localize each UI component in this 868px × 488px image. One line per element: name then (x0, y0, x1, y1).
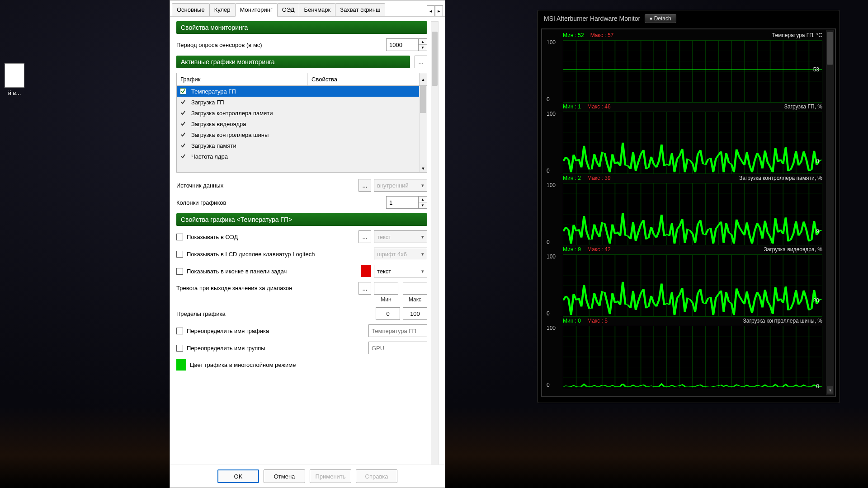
cancel-button[interactable]: Отмена (264, 469, 305, 483)
show-in-tray-label: Показывать в иконке в панели задач (187, 268, 287, 275)
override-graph-name-label: Переопределить имя графика (187, 328, 269, 334)
lcd-font-select: шрифт 4x6 (374, 248, 427, 260)
checkmark-icon[interactable] (179, 142, 187, 149)
override-group-name-input[interactable] (368, 342, 427, 354)
grid-scroll-thumb[interactable] (420, 86, 426, 113)
override-graph-name-checkbox[interactable] (176, 328, 183, 334)
limit-min-input[interactable] (376, 307, 400, 320)
hw-y-high: 100 (547, 253, 556, 260)
datasource-browse-button[interactable]: ... (359, 179, 371, 192)
hw-max-label: Макс : 46 (587, 103, 611, 110)
graph-list-item[interactable]: Загрузка ГП (177, 97, 427, 108)
tab-scroll-right[interactable]: ▸ (435, 5, 443, 16)
dialog-scrollbar[interactable] (431, 21, 439, 469)
hw-max-label: Макс : 39 (587, 175, 611, 181)
checkmark-icon[interactable] (179, 153, 187, 160)
hwmon-title-label: MSI Afterburner Hardware Monitor (544, 15, 640, 22)
tab-оэд[interactable]: ОЭД (277, 3, 300, 16)
spin-down-icon[interactable]: ▼ (419, 202, 427, 208)
datasource-label: Источник данных (176, 182, 356, 189)
graph-list-item[interactable]: Загрузка памяти (177, 140, 427, 151)
ok-button[interactable]: OK (217, 469, 259, 483)
datasource-select: внутренний (374, 179, 427, 192)
checkmark-icon[interactable] (179, 99, 187, 106)
hw-y-high: 100 (547, 182, 556, 188)
tray-format-select[interactable]: текст (374, 265, 427, 277)
graph-list-item[interactable]: Загрузка контроллера шины (177, 129, 427, 140)
hw-metric-label: Загрузка ГП, % (784, 103, 822, 110)
show-in-osd-checkbox[interactable] (176, 234, 183, 240)
osd-format-select: текст (374, 230, 427, 243)
graph-list-item[interactable]: Загрузка контроллера памяти (177, 108, 427, 118)
alarm-menu-button[interactable]: ... (359, 282, 371, 295)
dialog-scroll-thumb[interactable] (432, 32, 438, 86)
help-button[interactable]: Справка (356, 469, 397, 483)
tray-color-swatch[interactable] (361, 265, 371, 277)
grid-col-props[interactable]: Свойства (308, 73, 419, 85)
hw-current-value: 9 (816, 228, 819, 235)
tab-мониторинг[interactable]: Мониторинг (235, 3, 278, 17)
tab-strip: ОсновныеКулерМониторингОЭДБенчмаркЗахват… (170, 0, 445, 17)
hw-graph[interactable]: Мин : 9 Макс : 42 Загрузка видеоядра, % … (545, 246, 824, 317)
spin-down-icon[interactable]: ▼ (419, 45, 427, 51)
checkmark-icon[interactable] (179, 109, 187, 117)
graph-columns-input[interactable] (386, 196, 419, 209)
hwmon-scrollbar[interactable]: ▾ (826, 30, 834, 395)
polling-period-input[interactable] (386, 38, 419, 51)
hw-max-label: Макс : 42 (587, 246, 611, 253)
override-group-name-checkbox[interactable] (176, 345, 183, 352)
checkmark-icon[interactable] (179, 88, 187, 95)
alarm-min-input[interactable] (374, 282, 398, 295)
tab-захват скринш[interactable]: Захват скринш (335, 3, 385, 16)
checkmark-icon[interactable] (179, 131, 187, 138)
hw-min-label: Мин : 0 (563, 318, 581, 324)
override-graph-name-input[interactable] (368, 324, 427, 337)
layer-color-swatch[interactable] (176, 359, 186, 371)
hw-y-low: 0 (547, 310, 550, 317)
graph-list-item[interactable]: Частота ядра (177, 151, 427, 162)
alarm-label: Тревога при выходе значения за диапазон (176, 282, 356, 291)
hwmon-scroll-thumb[interactable] (827, 32, 833, 65)
hw-current-value: 0 (816, 383, 819, 389)
settings-dialog: ОсновныеКулерМониторингОЭДБенчмаркЗахват… (170, 0, 445, 488)
hw-graph[interactable]: Мин : 2 Макс : 39 Загрузка контроллера п… (545, 175, 824, 245)
file-icon (5, 63, 24, 88)
graph-list-item[interactable]: Температура ГП (177, 86, 427, 97)
show-in-tray-checkbox[interactable] (176, 268, 183, 275)
hw-graph[interactable]: Мин : 1 Макс : 46 Загрузка ГП, % 100 0 8 (545, 103, 824, 174)
hw-min-label: Мин : 1 (563, 103, 581, 110)
hw-max-label: Макс : 5 (587, 318, 608, 324)
limit-max-input[interactable] (403, 307, 427, 320)
tab-основные[interactable]: Основные (172, 3, 210, 16)
hw-graph[interactable]: Мин : 0 Макс : 5 Загрузка контроллера ши… (545, 318, 824, 388)
graph-limits-label: Пределы графика (176, 310, 373, 317)
graph-list-item-label: Загрузка контроллера памяти (191, 110, 273, 117)
checkmark-icon[interactable] (179, 120, 187, 127)
hwmon-panel: Мин : 52 Макс : 57 Температура ГП, °C 10… (541, 28, 836, 397)
desktop-file-icon[interactable]: й в... (1, 63, 28, 97)
hw-current-value: 20 (813, 297, 819, 304)
hw-min-label: Мин : 9 (563, 246, 581, 253)
tab-бенчмарк[interactable]: Бенчмарк (299, 3, 335, 16)
section-graph-properties: Свойства графика <Температура ГП> (176, 213, 427, 226)
spin-up-icon[interactable]: ▲ (419, 197, 427, 202)
apply-button[interactable]: Применить (310, 469, 351, 483)
spin-up-icon[interactable]: ▲ (419, 39, 427, 45)
show-in-lcd-checkbox[interactable] (176, 251, 183, 258)
active-graphs-menu-button[interactable]: ... (415, 56, 427, 68)
alarm-max-input[interactable] (403, 282, 427, 295)
hwmon-titlebar[interactable]: MSI Afterburner Hardware Monitor Detach (538, 10, 840, 27)
graphs-grid: Температура ГПЗагрузка ГПЗагрузка контро… (176, 86, 427, 173)
tab-scroll-left[interactable]: ◂ (427, 5, 435, 16)
hwmon-scroll-down-icon[interactable]: ▾ (827, 386, 833, 394)
detach-button[interactable]: Detach (645, 14, 676, 23)
graph-list-item-label: Частота ядра (191, 153, 228, 160)
grid-scrollbar[interactable]: ▼ (419, 86, 427, 172)
grid-col-graph[interactable]: График (177, 73, 308, 85)
graph-list-item[interactable]: Загрузка видеоядра (177, 118, 427, 129)
grid-scroll-down-icon[interactable]: ▼ (420, 164, 427, 172)
hw-graph[interactable]: Мин : 52 Макс : 57 Температура ГП, °C 10… (545, 32, 824, 103)
osd-format-menu-button[interactable]: ... (359, 230, 371, 243)
hw-min-label: Мин : 52 (563, 32, 584, 38)
tab-кулер[interactable]: Кулер (209, 3, 236, 16)
